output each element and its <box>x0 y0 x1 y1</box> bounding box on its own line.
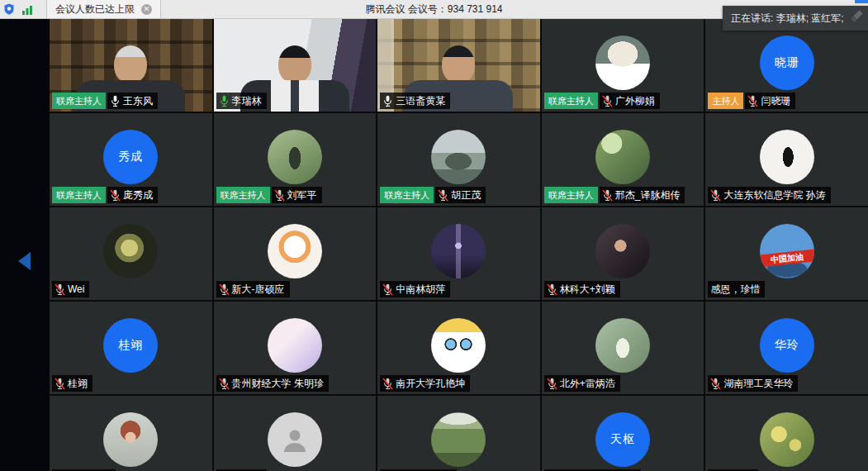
tab-close-icon[interactable]: ✕ <box>141 4 152 15</box>
mic-muted-icon <box>219 283 230 296</box>
tencent-meeting-window: 会议人数已达上限 ✕ 腾讯会议 会议号：934 731 914 联席主持人王东风… <box>0 0 868 471</box>
participant-label: 王东风 <box>107 93 158 109</box>
participant-name: 桂翊 <box>68 377 88 391</box>
participant-namebar: 中南林胡萍 <box>380 281 450 297</box>
participant-label: 胡正茂 <box>435 187 486 203</box>
cohost-badge: 联席主持人 <box>544 187 598 203</box>
mic-muted-icon <box>274 189 285 202</box>
participant-label: 大连东软信息学院 孙涛 <box>708 187 830 203</box>
speaking-toast: 正在讲话: 李瑞林; 蓝红军; <box>723 6 868 31</box>
participant-tile[interactable]: 联席主持人刘军平 <box>214 113 377 206</box>
participant-name: 邢杰_译脉相传 <box>615 188 681 202</box>
avatar-photo <box>595 318 650 373</box>
avatar-initials: 天枢 <box>595 412 650 467</box>
participant-tile[interactable]: 联席主持人广外柳娟 <box>542 19 704 112</box>
participant-label: 贵州财经大学 朱明珍 <box>216 375 329 392</box>
participant-tile[interactable]: 温亚楠 <box>214 396 377 471</box>
cohost-badge: 联席主持人 <box>52 187 106 203</box>
participant-namebar: 联席主持人胡正茂 <box>380 187 486 203</box>
participant-name: 广外柳娟 <box>615 94 655 108</box>
mic-muted-icon <box>110 189 121 202</box>
avatar-photo <box>268 130 322 184</box>
participant-tile[interactable]: 大连东软信息学院 孙涛 <box>705 113 868 206</box>
speaking-toast-text: 正在讲话: 李瑞林; 蓝红军; <box>723 12 848 26</box>
participant-tile[interactable]: 桂翊桂翊 <box>50 302 212 394</box>
participant-tile[interactable]: 中南林胡萍 <box>377 207 540 300</box>
participant-namebar: 南开大学孔艳坤 <box>380 375 470 392</box>
participant-tile[interactable]: 三语斋黄某 <box>377 19 540 112</box>
participant-label: 李瑞林 <box>216 93 267 109</box>
participant-tile[interactable]: 贵州财经大学 朱明珍 <box>214 302 377 394</box>
participant-name: 林科大+刘颖 <box>560 283 615 297</box>
participant-name: 新大-唐硕应 <box>232 283 285 297</box>
participant-tile[interactable]: 薛海英 <box>705 396 868 471</box>
participant-tile[interactable]: 李瑞林 <box>214 19 377 112</box>
host-badge: 主持人 <box>708 93 743 109</box>
mic-muted-icon <box>219 378 230 390</box>
participant-namebar: 贵州财经大学 朱明珍 <box>216 375 329 392</box>
participant-tile[interactable]: 联席主持人王东风 <box>50 19 212 112</box>
titlebar-corner-accent <box>855 0 868 3</box>
avatar-photo <box>431 318 486 373</box>
avatar-photo <box>431 412 486 467</box>
participant-name: 南开大学孔艳坤 <box>396 377 465 391</box>
participant-name: 北外+雷炳浩 <box>560 377 615 391</box>
pen-icon <box>848 8 865 28</box>
mic-muted-icon <box>602 189 613 202</box>
avatar-initials: 秀成 <box>103 130 158 184</box>
cohost-badge: 联席主持人 <box>52 93 106 109</box>
participant-namebar: 大连东软信息学院 孙涛 <box>708 187 830 203</box>
participant-name: 庞秀成 <box>123 188 153 202</box>
cohost-badge: 联席主持人 <box>380 187 434 203</box>
participant-tile[interactable]: 中国加油感恩，珍惜 <box>705 207 868 300</box>
security-shield-icon[interactable] <box>0 0 18 18</box>
participant-tile[interactable]: 晓珊主持人闫晓珊 <box>705 19 868 112</box>
participant-namebar: 新大-唐硕应 <box>216 281 290 297</box>
participant-tile[interactable]: 广外-滕洁 <box>50 396 212 471</box>
cohost-badge: 联席主持人 <box>544 93 598 109</box>
participant-namebar: 联席主持人王东风 <box>52 93 158 109</box>
participant-namebar: 北外+雷炳浩 <box>544 375 620 392</box>
participant-tile[interactable]: 北外+雷炳浩 <box>542 302 704 394</box>
participant-name: 大连东软信息学院 孙涛 <box>723 188 825 202</box>
notification-tab[interactable]: 会议人数已达上限 ✕ <box>46 0 161 18</box>
participant-label: Wei <box>52 281 89 297</box>
network-signal-icon[interactable] <box>18 0 36 18</box>
participant-namebar: Wei <box>52 281 89 297</box>
participant-namebar: 联席主持人邢杰_译脉相传 <box>544 187 685 203</box>
avatar-photo <box>595 224 650 278</box>
participant-tile[interactable]: 南开大学孔艳坤 <box>377 302 540 394</box>
participant-tile[interactable]: 华玲湖南理工吴华玲 <box>705 302 868 394</box>
participant-tile[interactable]: 联席主持人邢杰_译脉相传 <box>542 113 704 206</box>
participant-label: 感恩，珍惜 <box>708 281 765 297</box>
collapse-panel-arrow[interactable] <box>18 252 31 270</box>
participant-name: 感恩，珍惜 <box>710 283 760 297</box>
participant-namebar: 湖南理工吴华玲 <box>708 375 798 392</box>
notification-tab-label: 会议人数已达上限 <box>55 2 135 17</box>
participant-name: 湖南理工吴华玲 <box>723 377 793 391</box>
mic-on-icon <box>382 95 393 107</box>
participant-tile[interactable]: 秀成联席主持人庞秀成 <box>50 113 212 206</box>
participant-tile[interactable]: 新大-唐硕应 <box>214 207 377 300</box>
participant-tile[interactable]: 天枢长春光华学院高天枢 <box>542 396 704 471</box>
participant-tile[interactable]: 19MA赵嫣茹 <box>377 396 540 471</box>
mic-muted-icon <box>710 378 721 390</box>
participant-label: 庞秀成 <box>107 187 158 203</box>
participant-grid: 联席主持人王东风李瑞林三语斋黄某联席主持人广外柳娟晓珊主持人闫晓珊秀成联席主持人… <box>50 19 868 471</box>
participant-namebar: 联席主持人刘军平 <box>216 187 322 203</box>
participant-label: 广外柳娟 <box>600 93 660 109</box>
mic-muted-icon <box>382 283 393 296</box>
avatar-photo <box>431 224 486 278</box>
participant-label: 邢杰_译脉相传 <box>600 187 685 203</box>
participant-tile[interactable]: 联席主持人胡正茂 <box>377 113 540 206</box>
participant-tile[interactable]: Wei <box>50 207 212 300</box>
mic-muted-icon <box>547 378 557 390</box>
cohost-badge: 联席主持人 <box>216 187 270 203</box>
participant-name: 李瑞林 <box>232 94 262 108</box>
mic-muted-icon <box>438 189 448 202</box>
participant-label: 闫晓珊 <box>745 93 795 109</box>
participant-label: 刘军平 <box>272 187 322 203</box>
left-panel-strip <box>0 19 50 471</box>
participant-tile[interactable]: 林科大+刘颖 <box>542 207 704 300</box>
participant-label: 林科大+刘颖 <box>544 281 620 297</box>
